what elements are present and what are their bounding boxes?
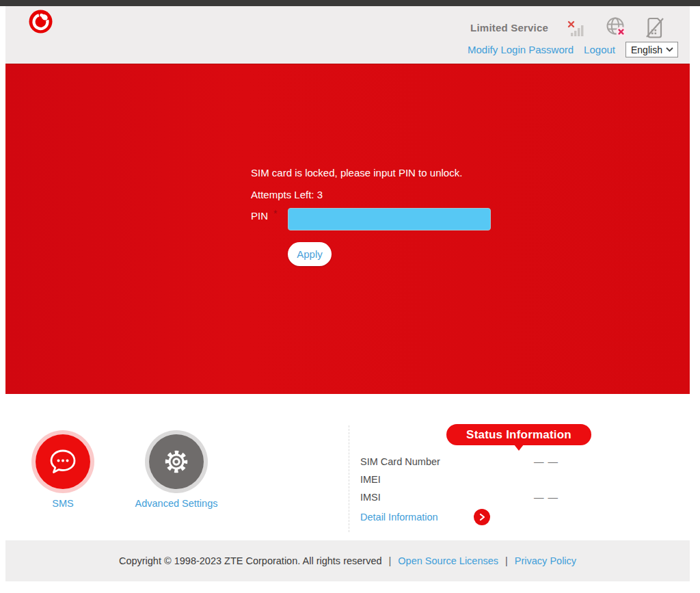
header: Limited Service <box>5 6 690 64</box>
logout-link[interactable]: Logout <box>584 44 615 55</box>
language-select[interactable]: English <box>625 42 678 57</box>
window-top-bar <box>0 0 700 6</box>
sim-pin-panel: SIM card is locked, please input PIN to … <box>5 64 690 394</box>
advanced-settings-icon-circle <box>149 434 204 489</box>
apply-button[interactable]: Apply <box>288 242 332 266</box>
footer-separator: | <box>389 555 392 566</box>
sim-missing-icon <box>644 16 666 39</box>
vodafone-logo <box>29 10 53 34</box>
copyright-text: Copyright © 1998-2023 ZTE Corporation. A… <box>119 555 382 566</box>
sms-label: SMS <box>8 498 118 509</box>
header-links-row: Modify Login Password Logout English <box>468 42 678 57</box>
modify-login-password-link[interactable]: Modify Login Password <box>468 44 574 55</box>
chat-bubble-icon <box>47 447 79 476</box>
advanced-settings-label: Advanced Settings <box>122 498 231 509</box>
status-row-sim-card-number: SIM Card Number — — <box>360 453 558 471</box>
advanced-settings-shortcut[interactable]: Advanced Settings <box>122 434 231 509</box>
footer: Copyright © 1998-2023 ZTE Corporation. A… <box>5 540 690 581</box>
globe-disconnected-icon <box>604 16 628 39</box>
detail-information-row: Detail Information <box>360 512 438 523</box>
detail-arrow-button[interactable] <box>474 509 490 525</box>
sim-locked-message: SIM card is locked, please input PIN to … <box>251 167 462 179</box>
attempts-left-text: Attempts Left: 3 <box>251 189 323 200</box>
status-row-value: — — <box>534 492 558 503</box>
limited-service-status: Limited Service <box>470 22 548 34</box>
sms-shortcut[interactable]: SMS <box>8 434 118 509</box>
status-row-label: IMEI <box>360 474 381 485</box>
status-row-label: IMSI <box>360 492 381 503</box>
status-row-imei: IMEI <box>360 471 558 488</box>
privacy-policy-link[interactable]: Privacy Policy <box>515 555 576 566</box>
sms-icon-circle <box>36 434 90 489</box>
header-status-row: Limited Service <box>470 16 666 39</box>
section-divider <box>349 425 349 532</box>
status-row-label: SIM Card Number <box>360 456 440 467</box>
detail-information-link[interactable]: Detail Information <box>360 512 438 523</box>
page-container: Limited Service <box>5 6 690 581</box>
chevron-right-icon <box>478 513 486 521</box>
status-rows: SIM Card Number — — IMEI IMSI — — <box>360 453 558 506</box>
signal-bars-no-service-icon <box>566 16 588 38</box>
language-selected-value: English <box>631 44 662 55</box>
status-row-imsi: IMSI — — <box>360 488 558 506</box>
gear-icon <box>161 446 192 477</box>
main-section: SMS Advanced Settings Status Information… <box>5 394 690 540</box>
status-row-value: — — <box>534 456 558 467</box>
status-information-badge: Status Information <box>446 424 591 445</box>
footer-separator: | <box>505 555 508 566</box>
pin-required-asterisk: * <box>273 208 277 219</box>
status-badge-pointer <box>514 445 524 451</box>
open-source-licenses-link[interactable]: Open Source Licenses <box>398 555 498 566</box>
pin-input[interactable] <box>288 208 491 230</box>
chevron-down-icon <box>666 47 673 52</box>
pin-label: PIN <box>251 210 268 222</box>
